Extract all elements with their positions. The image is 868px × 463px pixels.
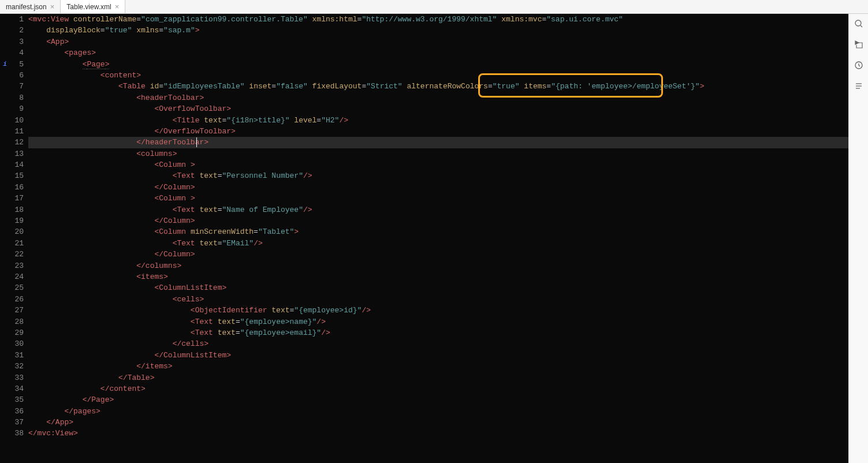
code-line[interactable]: <Column > xyxy=(28,159,848,170)
close-icon[interactable]: × xyxy=(50,3,55,10)
code-line[interactable]: <Text text="EMail"/> xyxy=(28,238,848,249)
code-line[interactable]: </Column> xyxy=(28,215,848,226)
code-line[interactable]: <content> xyxy=(28,70,848,81)
code-line[interactable]: <OverflowToolbar> xyxy=(28,103,848,114)
code-line[interactable]: <Text text="{employee>email}"/> xyxy=(28,327,848,338)
svg-line-1 xyxy=(860,25,862,27)
code-line[interactable]: </OverflowToolbar> xyxy=(28,126,848,137)
code-line[interactable]: <cells> xyxy=(28,294,848,305)
code-line[interactable]: <pages> xyxy=(28,47,848,58)
code-area[interactable]: <mvc:View controllerName="com_zapplicati… xyxy=(27,14,848,463)
right-sidebar xyxy=(848,14,868,463)
code-line[interactable]: <Table id="idEmployeesTable" inset="fals… xyxy=(28,81,848,92)
outline-icon[interactable] xyxy=(854,81,864,91)
code-line[interactable]: </App> xyxy=(28,417,848,428)
code-line[interactable]: </Table> xyxy=(28,372,848,383)
code-line[interactable]: <Text text="Name of Employee"/> xyxy=(28,204,848,215)
code-line[interactable]: <ObjectIdentifier text="{employee>id}"/> xyxy=(28,305,848,316)
svg-marker-2 xyxy=(855,41,859,44)
tab-label: Table.view.xml xyxy=(66,3,111,11)
code-line[interactable]: <ColumnListItem> xyxy=(28,282,848,293)
history-icon[interactable] xyxy=(854,60,864,70)
code-line[interactable]: <Text text="{employee>name}"/> xyxy=(28,316,848,327)
tab-table-view[interactable]: Table.view.xml × xyxy=(61,0,125,13)
code-line[interactable]: <Title text="{i18n>title}" level="H2"/> xyxy=(28,115,848,126)
code-line[interactable]: </Column> xyxy=(28,182,848,193)
close-icon[interactable]: × xyxy=(115,3,120,10)
code-line[interactable]: </ColumnListItem> xyxy=(28,350,848,361)
search-icon[interactable] xyxy=(854,18,864,29)
code-line[interactable]: </cells> xyxy=(28,338,848,349)
code-line[interactable]: <Column > xyxy=(28,193,848,204)
info-gutter: i xyxy=(0,14,10,463)
tab-label: manifest.json xyxy=(6,3,47,11)
tab-bar: manifest.json × Table.view.xml × xyxy=(0,0,868,14)
code-line[interactable]: <columns> xyxy=(28,148,848,159)
code-line[interactable]: </content> xyxy=(28,383,848,394)
code-line[interactable]: displayBlock="true" xmlns="sap.m"> xyxy=(28,25,848,36)
code-line[interactable]: <headerToolbar> xyxy=(28,92,848,103)
code-line[interactable]: <mvc:View controllerName="com_zapplicati… xyxy=(28,14,848,25)
code-line[interactable]: </headerToolbar> xyxy=(28,137,848,148)
code-line[interactable]: </Column> xyxy=(28,249,848,260)
svg-point-0 xyxy=(855,20,861,26)
code-line[interactable]: <App> xyxy=(28,36,848,47)
code-line[interactable]: </pages> xyxy=(28,406,848,417)
editor: i 12345678910111213141516171819202122232… xyxy=(0,14,868,463)
code-line[interactable]: <Page> xyxy=(28,59,848,70)
code-line[interactable]: </mvc:View> xyxy=(28,428,848,439)
tab-manifest[interactable]: manifest.json × xyxy=(0,0,61,13)
code-line[interactable]: </items> xyxy=(28,361,848,372)
code-line[interactable]: </columns> xyxy=(28,260,848,271)
run-icon[interactable] xyxy=(854,39,864,50)
code-line[interactable]: <Text text="Personnel Number"/> xyxy=(28,170,848,181)
code-line[interactable]: <Column minScreenWidth="Tablet"> xyxy=(28,226,848,237)
line-number-gutter: 1234567891011121314151617181920212223242… xyxy=(10,14,27,463)
code-line[interactable]: </Page> xyxy=(28,394,848,405)
code-line[interactable]: <items> xyxy=(28,271,848,282)
